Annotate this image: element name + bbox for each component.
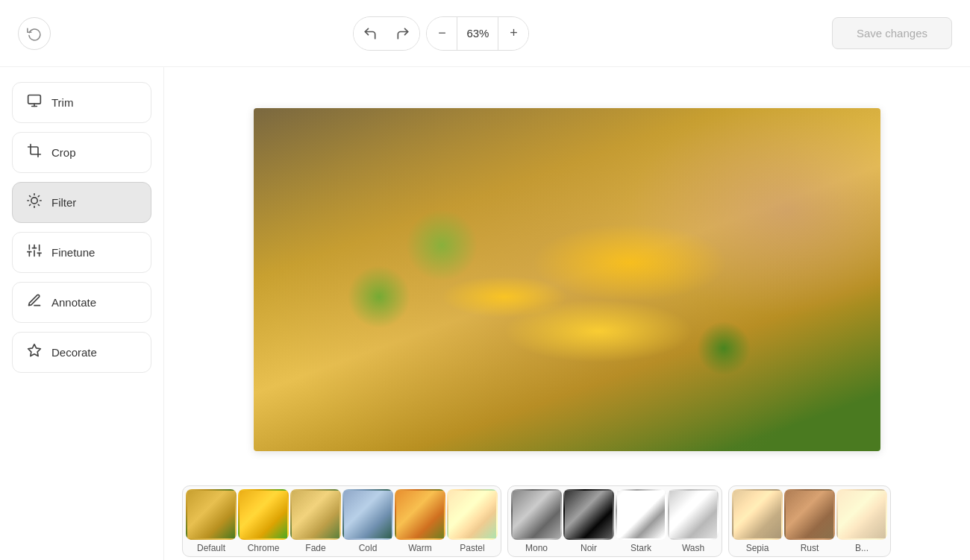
filter-item-noir[interactable]: Noir — [563, 489, 614, 553]
filter-thumb-chrome — [238, 489, 289, 540]
filter-label-default: Default — [197, 543, 225, 553]
header-left — [18, 17, 51, 50]
filter-icon — [26, 193, 43, 212]
main-area: Trim Crop Filter — [0, 67, 970, 560]
history-icon — [27, 26, 42, 41]
filter-label-rust: Rust — [801, 543, 819, 553]
filter-item-rust[interactable]: Rust — [784, 489, 835, 553]
sidebar-item-annotate[interactable]: Annotate — [12, 282, 151, 323]
filter-thumb-wash — [668, 489, 719, 540]
filter-thumb-mono — [511, 489, 562, 540]
save-changes-button[interactable]: Save changes — [832, 17, 952, 49]
sidebar-item-finetune-label: Finetune — [51, 246, 95, 259]
filter-group-sepia: Sepia Rust B... — [728, 485, 891, 557]
sidebar-item-decorate[interactable]: Decorate — [12, 332, 151, 373]
filter-thumb-noir — [563, 489, 614, 540]
filter-label-noir: Noir — [581, 543, 597, 553]
canvas-area — [182, 79, 952, 479]
filter-thumb-warm — [395, 489, 445, 540]
filter-item-mono[interactable]: Mono — [511, 489, 562, 553]
annotate-icon — [26, 293, 43, 312]
filter-label-chrome: Chrome — [248, 543, 280, 553]
filter-row: Default Chrome Fade Cold — [182, 485, 952, 557]
filter-label-sepia: Sepia — [746, 543, 769, 553]
crop-icon — [26, 143, 43, 162]
undo-redo-group — [353, 16, 420, 51]
sidebar-item-trim[interactable]: Trim — [12, 82, 151, 123]
filter-thumb-rust — [784, 489, 835, 540]
filter-item-chrome[interactable]: Chrome — [238, 489, 289, 553]
sidebar-item-decorate-label: Decorate — [51, 346, 97, 359]
zoom-minus-button[interactable]: − — [427, 17, 457, 50]
sidebar-item-trim-label: Trim — [51, 96, 73, 109]
header: − + Save changes — [0, 0, 970, 67]
image-placeholder — [254, 108, 880, 451]
filter-item-sepia[interactable]: Sepia — [732, 489, 783, 553]
filter-item-stark[interactable]: Stark — [616, 489, 666, 553]
undo-button[interactable] — [354, 17, 387, 50]
sidebar-item-filter[interactable]: Filter — [12, 182, 151, 223]
finetune-icon — [26, 243, 43, 262]
zoom-plus-button[interactable]: + — [498, 17, 528, 50]
filter-label-wash: Wash — [682, 543, 704, 553]
filter-item-b[interactable]: B... — [836, 489, 887, 553]
sidebar-item-filter-label: Filter — [51, 196, 76, 209]
sidebar-item-crop-label: Crop — [51, 146, 76, 159]
filter-label-pastel: Pastel — [460, 543, 484, 553]
sidebar-item-crop[interactable]: Crop — [12, 132, 151, 173]
sidebar: Trim Crop Filter — [0, 67, 164, 560]
filter-label-mono: Mono — [525, 543, 548, 553]
filter-label-fade: Fade — [305, 543, 325, 553]
sidebar-item-finetune[interactable]: Finetune — [12, 232, 151, 273]
filter-thumb-pastel — [447, 489, 498, 540]
filter-strip: Default Chrome Fade Cold — [182, 479, 952, 560]
filter-item-default[interactable]: Default — [186, 489, 237, 553]
filter-item-warm[interactable]: Warm — [395, 489, 445, 553]
filter-label-warm: Warm — [408, 543, 432, 553]
sidebar-item-annotate-label: Annotate — [51, 296, 96, 309]
filter-item-wash[interactable]: Wash — [668, 489, 719, 553]
filter-group-bw: Mono Noir Stark Wash — [507, 485, 722, 557]
header-center: − + — [353, 16, 529, 51]
undo-icon — [363, 26, 378, 41]
svg-rect-0 — [28, 95, 41, 104]
filter-label-b: B... — [855, 543, 869, 553]
filter-item-pastel[interactable]: Pastel — [447, 489, 498, 553]
filter-label-stark: Stark — [630, 543, 651, 553]
decorate-icon — [26, 343, 43, 362]
zoom-value-input[interactable] — [457, 17, 498, 50]
content-area: Default Chrome Fade Cold — [164, 67, 970, 560]
image-canvas — [254, 108, 880, 451]
filter-label-cold: Cold — [359, 543, 378, 553]
filter-thumb-cold — [342, 489, 393, 540]
zoom-group: − + — [426, 16, 529, 51]
redo-icon — [395, 26, 410, 41]
svg-point-3 — [31, 198, 37, 204]
filter-item-cold[interactable]: Cold — [342, 489, 393, 553]
filter-item-fade[interactable]: Fade — [290, 489, 341, 553]
filter-thumb-default — [186, 489, 237, 540]
svg-marker-13 — [28, 345, 41, 356]
filter-thumb-fade — [290, 489, 341, 540]
filter-thumb-b — [836, 489, 887, 540]
filter-thumb-stark — [616, 489, 666, 540]
redo-button[interactable] — [387, 17, 419, 50]
image-bg — [254, 108, 880, 451]
filter-group-color: Default Chrome Fade Cold — [182, 485, 501, 557]
filter-thumb-sepia — [732, 489, 783, 540]
history-button[interactable] — [18, 17, 51, 50]
trim-icon — [26, 93, 43, 112]
